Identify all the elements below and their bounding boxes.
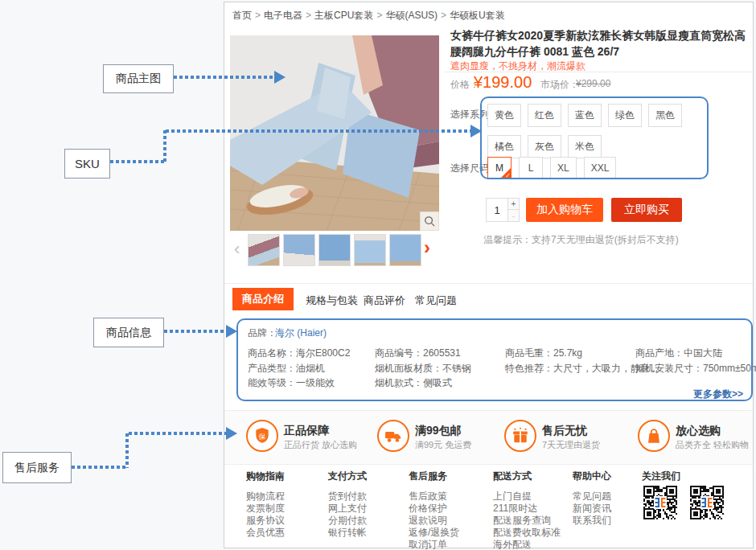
service-desc: 满99元 免运费 (415, 439, 471, 451)
footer-link[interactable]: 211限时达 (493, 503, 561, 515)
dotted-arrow-line (125, 433, 129, 468)
footer-link[interactable]: 服务协议 (246, 515, 285, 527)
footer-link[interactable]: 海外配送 (493, 539, 561, 550)
footer-column: 售后服务 售后政策 价格保护 退款说明 返修/退换货 取消订单 (409, 470, 459, 550)
footer-column-title: 支付方式 (328, 470, 367, 483)
footer-column: 帮助中心 常见问题 新闻资讯 联系我们 (573, 470, 611, 527)
dotted-arrow-line (110, 160, 165, 163)
footer-column-title: 关注我们 (642, 470, 680, 483)
quantity-decrease-button[interactable]: - (507, 209, 520, 222)
service-desc: 7天无理由退货 (542, 439, 600, 451)
bag-icon (638, 420, 670, 452)
annotation-label-main-image: 商品主图 (103, 64, 174, 93)
breadcrumb-separator: > (441, 10, 446, 21)
footer-link[interactable]: 网上支付 (328, 503, 367, 515)
dotted-arrow-line (72, 466, 126, 469)
service-desc: 品类齐全 轻松购物 (676, 439, 749, 451)
dotted-arrow-line (174, 76, 275, 79)
footer-link[interactable]: 退款说明 (409, 515, 459, 527)
service-title: 放心选购 (676, 424, 721, 438)
annotation-label-after-sales: 售后服务 (2, 452, 72, 483)
next-thumbnail-button[interactable]: › (424, 238, 430, 257)
buy-now-button[interactable]: 立即购买 (611, 198, 682, 222)
breadcrumb-item[interactable]: 电子电器 (264, 10, 302, 21)
quantity-input[interactable] (486, 198, 508, 222)
product-info-highlight-outline (236, 318, 753, 401)
dotted-arrow-line (166, 129, 471, 133)
footer-column-title: 售后服务 (409, 470, 459, 483)
footer-link[interactable]: 购物流程 (246, 490, 285, 503)
price-row (444, 72, 754, 96)
tab-reviews[interactable]: 商品评价 (364, 293, 405, 308)
breadcrumb-item[interactable]: 华硕(ASUS) (385, 10, 438, 21)
breadcrumb-separator: > (255, 10, 261, 21)
truck-icon (377, 420, 409, 452)
footer-link[interactable]: 售后政策 (409, 490, 459, 503)
breadcrumb: 首页>电子电器>主板CPU套装>华硕(ASUS)>华硕板U套装 (232, 9, 505, 23)
product-photo-illustration (230, 35, 439, 231)
arrowhead (226, 325, 237, 338)
arrowhead (470, 125, 482, 138)
sku-highlight-outline (480, 96, 709, 179)
breadcrumb-item[interactable]: 主板CPU套装 (314, 10, 373, 21)
footer-link[interactable]: 联系我们 (573, 515, 611, 527)
footer-link[interactable]: 价格保护 (409, 503, 459, 515)
product-title: 女裤牛仔裤女2020夏季新款泫雅长裤女韩版显瘦直筒宽松高腰阔腿九分牛仔裤 008… (450, 27, 753, 60)
footer-link[interactable]: 配送服务查询 (493, 515, 561, 527)
footer-link[interactable]: 配送费收取标准 (493, 527, 561, 539)
thumbnail[interactable] (318, 234, 351, 266)
footer-link[interactable]: 货到付款 (328, 490, 367, 503)
dotted-arrow-line (163, 130, 166, 162)
dotted-arrow-line (164, 330, 227, 333)
footer-link[interactable]: 取消订单 (409, 539, 459, 550)
qr-code (688, 484, 725, 521)
purchase-tip: 温馨提示：支持7天无理由退货(拆封后不支持) (483, 233, 679, 247)
footer-column-title: 购物指南 (246, 470, 285, 483)
footer-link[interactable]: 上门自提 (493, 490, 561, 503)
svg-text:保: 保 (258, 433, 266, 441)
tab-product-intro[interactable]: 商品介绍 (232, 288, 294, 310)
footer-link[interactable]: 发票制度 (246, 503, 285, 515)
qr-code (642, 484, 679, 521)
dotted-arrow-line (129, 432, 227, 435)
magnifier-icon (424, 215, 436, 228)
tab-bar (224, 283, 753, 315)
tab-spec-package[interactable]: 规格与包装 (306, 293, 358, 308)
footer-column: 购物指南 购物流程 发票制度 服务协议 会员优惠 (246, 470, 285, 539)
annotation-label-sku: SKU (64, 149, 110, 179)
breadcrumb-separator: > (306, 10, 311, 21)
thumbnail[interactable] (248, 234, 280, 266)
footer-link[interactable]: 会员优惠 (246, 527, 285, 539)
arrowhead (274, 71, 286, 84)
arrowhead (226, 427, 237, 440)
thumbnail[interactable] (354, 234, 386, 266)
footer-column: 支付方式 货到付款 网上支付 分期付款 银行转帐 (328, 470, 367, 539)
prev-thumbnail-button[interactable]: ‹ (234, 240, 240, 258)
tab-faq[interactable]: 常见问题 (415, 293, 457, 308)
add-to-cart-button[interactable]: 加入购物车 (526, 198, 603, 222)
footer-link[interactable]: 返修/退换货 (409, 527, 459, 539)
thumbnail[interactable] (389, 234, 421, 266)
service-title: 售后无忧 (542, 424, 587, 438)
service-title: 满99包邮 (415, 424, 462, 438)
breadcrumb-separator: > (376, 10, 382, 21)
footer-link[interactable]: 分期付款 (328, 515, 367, 527)
shield-icon: 保 (246, 420, 278, 452)
quantity-increase-button[interactable]: + (507, 198, 520, 210)
footer-column-title: 帮助中心 (573, 470, 611, 483)
gift-box-icon (504, 420, 536, 452)
breadcrumb-item[interactable]: 华硕板U套装 (450, 10, 505, 21)
footer-link[interactable]: 常见问题 (573, 490, 611, 503)
annotation-label-product-info: 商品信息 (93, 318, 164, 347)
thumbnail[interactable] (283, 234, 315, 266)
product-main-image[interactable] (230, 35, 439, 231)
footer-link[interactable]: 新闻资讯 (573, 503, 611, 515)
footer-link[interactable]: 银行转帐 (328, 527, 367, 539)
service-desc: 正品行货 放心选购 (284, 439, 357, 451)
footer-column-title: 配送方式 (493, 470, 561, 483)
service-title: 正品保障 (284, 424, 329, 438)
footer-column: 配送方式 上门自提 211限时达 配送服务查询 配送费收取标准 海外配送 (493, 470, 561, 550)
zoom-button[interactable] (420, 211, 439, 231)
breadcrumb-item[interactable]: 首页 (232, 10, 252, 21)
